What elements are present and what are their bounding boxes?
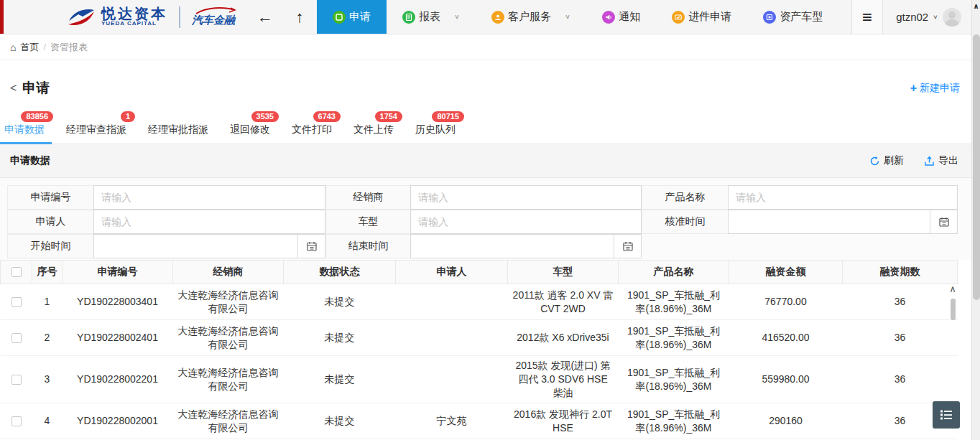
cell-term: 36 (843, 284, 958, 320)
select-all-checkbox[interactable] (11, 267, 22, 277)
filter-panel: 申请编号 经销商 产品名称 申请人 车型 核准时间 开始时间 (0, 178, 971, 260)
table-row[interactable]: 4 YD190228002001 大连乾海经济信息咨询有限公司 未提交 宁文苑 … (1, 403, 958, 439)
back-button[interactable]: ← (248, 0, 282, 34)
filter-field (93, 234, 325, 258)
cell-model: 2012款 X6 xDrive35i (508, 320, 619, 356)
dealer-input[interactable] (411, 186, 641, 209)
tab-application-data[interactable]: 申请数据 83856 (3, 122, 46, 144)
cell-status: 未提交 (284, 403, 396, 439)
chevron-left-icon: < (10, 82, 17, 95)
start-time-input[interactable] (94, 235, 297, 258)
breadcrumb: ⌂ 首页 / 资管报表 (0, 34, 971, 60)
col-dealer: 经销商 (173, 261, 284, 284)
avatar[interactable] (943, 8, 961, 27)
report-icon (402, 11, 415, 24)
up-button[interactable]: ↑ (282, 0, 317, 34)
filter-label-start-time: 开始时间 (7, 234, 93, 258)
tab-manager-approve-assign[interactable]: 经理审批指派 (147, 122, 210, 144)
breadcrumb-home[interactable]: 首页 (20, 41, 39, 54)
product-input[interactable] (729, 186, 957, 209)
page-header: < 申请 + 新建申请 (0, 60, 971, 108)
menu-item-notifications[interactable]: 通知 (586, 0, 656, 34)
export-button[interactable]: 导出 (924, 154, 958, 167)
filter-field (410, 234, 642, 258)
quick-list-button[interactable] (933, 401, 960, 429)
page-scroll-up-icon[interactable]: ∧ (972, 0, 980, 11)
filter-row-3: 开始时间 结束时间 (7, 234, 964, 258)
model-input[interactable] (411, 210, 641, 233)
tab-file-print[interactable]: 文件打印 6743 (290, 122, 333, 144)
applications-table: 序号 申请编号 经销商 数据状态 申请人 车型 产品名称 融资金额 融资期数 1… (0, 260, 958, 440)
cell-product: 1901_SP_车抵融_利率(18.96%)_36M (619, 284, 729, 320)
menu-item-label: 申请 (349, 10, 371, 24)
page: 悦达资本 YUEDA CAPITAL 汽车金融 ← ↑ 申请 (0, 0, 971, 440)
col-amount: 融资金额 (729, 261, 843, 284)
menu-item-reports[interactable]: 报表 ∨ (387, 0, 476, 34)
back-title-group[interactable]: < 申请 (10, 79, 50, 98)
row-checkbox[interactable] (11, 333, 22, 343)
applicant-input[interactable] (94, 210, 325, 233)
home-icon: ⌂ (10, 42, 16, 53)
cell-status: 未提交 (284, 356, 396, 403)
tab-manager-review-assign[interactable]: 经理审查指派 1 (65, 122, 128, 144)
cell-dealer: 大连乾海经济信息咨询有限公司 (173, 284, 284, 320)
tab-label: 文件打印 (292, 123, 332, 135)
table-row[interactable]: 2 YD190228002401 大连乾海经济信息咨询有限公司 未提交 2012… (1, 320, 958, 356)
tab-history-queue[interactable]: 历史队列 80715 (414, 122, 457, 144)
section-title: 申请数据 (10, 154, 50, 167)
new-application-button[interactable]: + 新建申请 (910, 82, 960, 95)
app-no-input[interactable] (94, 186, 325, 209)
tab-file-upload[interactable]: 文件上传 1754 (352, 122, 395, 144)
tab-badge: 83856 (21, 111, 53, 122)
cell-app-no: YD190228003401 (63, 284, 173, 320)
table-row[interactable]: 3 YD190228002201 大连乾海经济信息咨询有限公司 未提交 2015… (1, 356, 958, 403)
calendar-icon[interactable] (930, 210, 957, 233)
row-checkbox[interactable] (11, 297, 22, 307)
page-scrollbar-thumb[interactable] (973, 34, 980, 300)
tab-badge: 1754 (375, 111, 402, 122)
filter-field (728, 210, 958, 234)
approve-time-input[interactable] (729, 210, 930, 233)
up-arrow-icon: ↑ (296, 8, 304, 27)
list-icon (939, 408, 953, 422)
cell-amount: 290160 (729, 403, 843, 439)
menu-item-apply[interactable]: 申请 (317, 0, 387, 34)
filter-label-applicant: 申请人 (7, 210, 93, 234)
cell-dealer: 大连乾海经济信息咨询有限公司 (173, 356, 284, 403)
row-checkbox[interactable] (11, 375, 22, 385)
brand-logo: 悦达资本 YUEDA CAPITAL 汽车金融 (4, 0, 248, 34)
table-row[interactable]: 1 YD190228003401 大连乾海经济信息咨询有限公司 未提交 2011… (1, 284, 958, 320)
filter-field (93, 185, 325, 210)
table-scroll-up-icon[interactable]: ∧ (949, 284, 956, 294)
cell-status: 未提交 (284, 284, 396, 320)
tab-label: 经理审批指派 (148, 123, 208, 135)
tab-return-modify[interactable]: 退回修改 3535 (228, 122, 272, 144)
table-header-row: 序号 申请编号 经销商 数据状态 申请人 车型 产品名称 融资金额 融资期数 (1, 261, 958, 284)
table-scrollbar-thumb[interactable] (951, 299, 956, 320)
cell-dealer: 大连乾海经济信息咨询有限公司 (173, 403, 284, 439)
filter-field (93, 210, 325, 234)
user-menu[interactable]: gtzn02 ∨ (883, 0, 968, 34)
refresh-button[interactable]: 刷新 (869, 154, 904, 167)
hamburger-icon: ≡ (862, 7, 872, 27)
calendar-icon[interactable] (297, 235, 325, 258)
cell-product: 1901_SP_车抵融_利率(18.96%)_36M (619, 403, 729, 439)
cell-model: 2015款 发现(进口) 第四代 3.0 SDV6 HSE 柴油 (508, 356, 619, 403)
row-checkbox[interactable] (11, 416, 22, 426)
cell-product: 1901_SP_车抵融_利率(18.96%)_36M (619, 320, 729, 356)
page-scrollbar[interactable]: ∧ (971, 0, 980, 440)
plus-icon: + (910, 82, 917, 95)
tab-badge: 6743 (313, 111, 341, 122)
cell-applicant (396, 356, 508, 403)
calendar-icon[interactable] (614, 235, 641, 258)
cell-seq: 4 (32, 403, 63, 439)
top-navbar: 悦达资本 YUEDA CAPITAL 汽车金融 ← ↑ 申请 (0, 0, 971, 34)
hamburger-menu-button[interactable]: ≡ (851, 0, 883, 34)
division-name: 汽车金融 (192, 14, 235, 27)
breadcrumb-separator: / (43, 42, 46, 52)
end-time-input[interactable] (411, 235, 614, 258)
menu-item-asset-models[interactable]: 资产车型 (747, 0, 838, 34)
menu-item-intake-apply[interactable]: 进件申请 (656, 0, 747, 34)
menu-item-customer-service[interactable]: 客户服务 ∨ (476, 0, 586, 34)
col-status: 数据状态 (284, 261, 396, 284)
